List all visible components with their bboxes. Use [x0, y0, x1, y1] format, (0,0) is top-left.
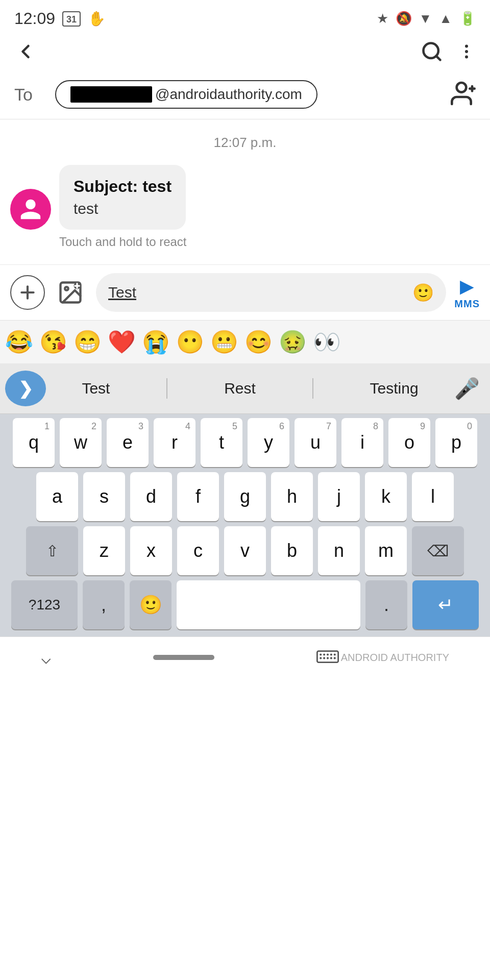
key-h[interactable]: h: [271, 472, 313, 521]
message-area: 12:07 p.m. Subject: test test Touch and …: [0, 119, 490, 264]
keyboard-bottom-row: ?123 , 🙂 . ↵: [2, 580, 488, 629]
send-button[interactable]: ▶ MMS: [454, 276, 480, 310]
message-timestamp: 12:07 p.m.: [10, 135, 480, 151]
suggestions-list: Test Rest Testing: [46, 376, 454, 401]
key-s[interactable]: s: [83, 472, 125, 521]
key-r[interactable]: 4r: [154, 418, 195, 467]
status-bar: 12:09 31 ✋ ★ 🔕 ▼ ▲ 🔋: [0, 0, 490, 33]
suggestions-expand-button[interactable]: ❯: [5, 371, 46, 406]
text-input[interactable]: Test 🙂: [96, 273, 446, 312]
key-a[interactable]: a: [36, 472, 78, 521]
emoji-kiss[interactable]: 😘: [39, 329, 67, 355]
more-options-button[interactable]: [457, 40, 476, 63]
key-u[interactable]: 7u: [295, 418, 336, 467]
emoji-smile[interactable]: 😊: [244, 329, 273, 355]
key-w[interactable]: 2w: [60, 418, 102, 467]
touch-hold-hint: Touch and hold to react: [59, 235, 480, 249]
send-arrow-icon: ▶: [460, 276, 474, 297]
touch-icon: ✋: [88, 10, 106, 27]
emoji-sick[interactable]: 🤢: [279, 329, 307, 355]
search-button[interactable]: [421, 40, 443, 63]
key-b[interactable]: b: [271, 526, 313, 575]
suggestion-divider-1: [166, 378, 167, 399]
back-button[interactable]: [14, 40, 37, 63]
input-area: Test 🙂 ▶ MMS: [0, 264, 490, 320]
space-key[interactable]: [177, 580, 360, 629]
key-n[interactable]: n: [318, 526, 360, 575]
message-bubble: Subject: test test: [59, 165, 186, 230]
shift-key[interactable]: ⇧: [26, 526, 78, 575]
key-y[interactable]: 6y: [248, 418, 289, 467]
keyboard-row-3: ⇧ z x c v b n m ⌫: [2, 526, 488, 575]
watermark-text: ANDROID AUTHORITY: [341, 652, 449, 664]
enter-key[interactable]: ↵: [412, 580, 479, 629]
period-key[interactable]: .: [365, 580, 407, 629]
media-button[interactable]: [53, 275, 88, 310]
emoji-face-icon: 🙂: [139, 594, 162, 616]
key-c[interactable]: c: [177, 526, 219, 575]
key-k[interactable]: k: [365, 472, 407, 521]
keyboard-row-1: 1q 2w 3e 4r 5t 6y 7u 8i 9o 0p: [2, 418, 488, 467]
svg-line-1: [436, 56, 440, 60]
emoji-laugh[interactable]: 😂: [5, 329, 33, 355]
add-button[interactable]: [10, 275, 45, 310]
collapse-keyboard-button[interactable]: ⌵: [41, 647, 51, 668]
svg-point-5: [457, 83, 467, 92]
svg-point-2: [465, 45, 468, 48]
key-o[interactable]: 9o: [388, 418, 430, 467]
key-g[interactable]: g: [224, 472, 266, 521]
comma-key[interactable]: ,: [83, 580, 125, 629]
period-label: .: [384, 594, 389, 616]
to-label: To: [14, 85, 45, 105]
suggestion-divider-2: [312, 378, 313, 399]
key-f[interactable]: f: [177, 472, 219, 521]
key-p[interactable]: 0p: [435, 418, 477, 467]
send-label: MMS: [454, 298, 480, 310]
key-e[interactable]: 3e: [107, 418, 149, 467]
add-contact-button[interactable]: [447, 79, 476, 110]
key-q[interactable]: 1q: [13, 418, 55, 467]
key-d[interactable]: d: [130, 472, 172, 521]
message-row: Subject: test test: [10, 165, 480, 230]
to-input-wrapper: @androidauthority.com: [55, 80, 437, 109]
key-x[interactable]: x: [130, 526, 172, 575]
emoji-row: 😂 😘 😁 ❤️ 😭 😶 😬 😊 🤢 👀: [0, 320, 490, 363]
recipient-pill[interactable]: @androidauthority.com: [55, 80, 317, 109]
emoji-heart[interactable]: ❤️: [108, 329, 136, 355]
emoji-grin[interactable]: 😁: [74, 329, 102, 355]
enter-icon: ↵: [438, 594, 453, 616]
message-subject: Subject: test: [74, 177, 172, 196]
nav-bar: ⌵ ANDROID AUTHORITY: [0, 636, 490, 678]
emoji-neutral[interactable]: 😶: [176, 329, 204, 355]
wifi-icon: ▼: [419, 11, 432, 27]
battery-icon: 🔋: [459, 11, 476, 27]
key-z[interactable]: z: [83, 526, 125, 575]
emoji-eyes[interactable]: 👀: [313, 329, 341, 355]
delete-key[interactable]: ⌫: [412, 526, 464, 575]
key-m[interactable]: m: [365, 526, 407, 575]
microphone-button[interactable]: 🎤: [454, 377, 480, 401]
key-l[interactable]: l: [412, 472, 454, 521]
home-indicator[interactable]: [153, 655, 214, 660]
comma-label: ,: [101, 594, 106, 616]
mute-icon: 🔕: [396, 11, 412, 27]
suggestions-row: ❯ Test Rest Testing 🎤: [0, 363, 490, 414]
emoji-keyboard-button[interactable]: 🙂: [130, 580, 172, 629]
svg-rect-15: [317, 651, 338, 663]
emoji-teeth[interactable]: 😬: [210, 329, 238, 355]
emoji-button[interactable]: 🙂: [412, 282, 434, 303]
keyboard-switcher-button[interactable]: ANDROID AUTHORITY: [316, 650, 449, 665]
key-j[interactable]: j: [318, 472, 360, 521]
key-i[interactable]: 8i: [341, 418, 383, 467]
message-text-value[interactable]: Test: [108, 284, 406, 301]
num-sym-key[interactable]: ?123: [11, 580, 78, 629]
suggestion-item-0[interactable]: Test: [77, 376, 115, 401]
suggestion-item-2[interactable]: Testing: [365, 376, 424, 401]
keyboard: 1q 2w 3e 4r 5t 6y 7u 8i 9o 0p a s d f g …: [0, 414, 490, 636]
app-bar: [0, 33, 490, 70]
key-t[interactable]: 5t: [201, 418, 242, 467]
suggestion-item-1[interactable]: Rest: [219, 376, 261, 401]
status-time: 12:09: [14, 9, 55, 28]
key-v[interactable]: v: [224, 526, 266, 575]
emoji-cry[interactable]: 😭: [142, 329, 170, 355]
